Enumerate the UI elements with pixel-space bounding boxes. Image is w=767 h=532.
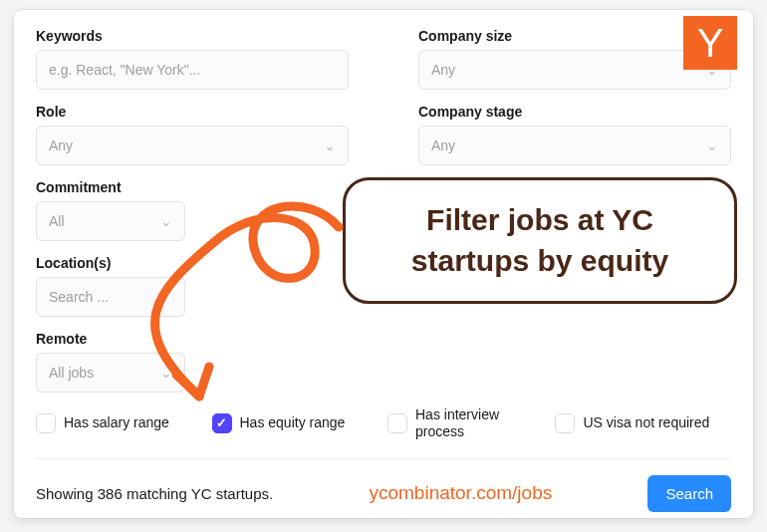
visa-check-item[interactable]: US visa not required [555, 413, 731, 433]
commitment-value: All [49, 213, 65, 229]
results-text: Showing 386 matching YC startups. [36, 485, 273, 502]
role-value: Any [49, 137, 73, 153]
company-stage-value: Any [431, 137, 455, 153]
chevron-down-icon: ⌄ [706, 137, 718, 153]
company-size-value: Any [431, 62, 455, 78]
keywords-input[interactable]: e.g. React, "New York"... [36, 50, 349, 90]
remote-value: All jobs [49, 365, 94, 381]
equity-checkbox[interactable]: ✓ [212, 413, 232, 433]
yc-logo: Y [683, 16, 737, 70]
equity-check-label: Has equity range [240, 414, 346, 431]
yc-logo-letter: Y [697, 21, 724, 66]
locations-input[interactable]: Search ... [36, 277, 185, 317]
visa-check-label: US visa not required [583, 414, 709, 431]
callout-text: Filter jobs at YC startups by equity [411, 203, 668, 277]
equity-check-item[interactable]: ✓ Has equity range [212, 413, 381, 433]
url-annotation: ycombinator.com/jobs [369, 482, 552, 504]
remote-label: Remote [36, 331, 349, 347]
chevron-down-icon: ⌄ [324, 137, 336, 153]
salary-check-label: Has salary range [64, 414, 169, 431]
locations-placeholder: Search ... [49, 289, 109, 305]
salary-check-item[interactable]: Has salary range [36, 413, 204, 433]
interview-check-item[interactable]: Has interview process [387, 406, 547, 440]
salary-checkbox[interactable] [36, 413, 56, 433]
remote-select[interactable]: All jobs ⌄ [36, 353, 185, 393]
interview-checkbox[interactable] [387, 413, 407, 433]
company-stage-select[interactable]: Any ⌄ [418, 126, 731, 165]
role-select[interactable]: Any ⌄ [36, 126, 349, 165]
role-label: Role [36, 104, 349, 120]
footer: Showing 386 matching YC startups. ycombi… [36, 459, 731, 512]
interview-check-label: Has interview process [415, 406, 525, 440]
commitment-label: Commitment [36, 179, 349, 195]
visa-checkbox[interactable] [555, 413, 575, 433]
search-button[interactable]: Search [647, 475, 731, 512]
locations-label: Location(s) [36, 255, 349, 271]
left-column: Keywords e.g. React, "New York"... Role … [36, 28, 349, 393]
chevron-down-icon: ⌄ [160, 213, 172, 229]
callout-bubble: Filter jobs at YC startups by equity [343, 177, 737, 304]
keywords-placeholder: e.g. React, "New York"... [49, 62, 200, 78]
chevron-down-icon: ⌄ [160, 365, 172, 381]
commitment-select[interactable]: All ⌄ [36, 201, 185, 241]
keywords-label: Keywords [36, 28, 349, 44]
checkbox-row: Has salary range ✓ Has equity range Has … [36, 393, 731, 459]
company-stage-label: Company stage [418, 104, 731, 120]
